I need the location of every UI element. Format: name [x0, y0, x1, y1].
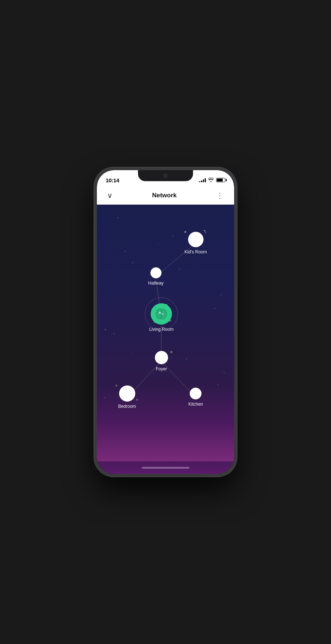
- page-title: Network: [152, 192, 177, 199]
- star: [104, 397, 105, 398]
- star: [221, 294, 221, 295]
- status-time: 10:14: [106, 177, 119, 183]
- node-label-bedroom: Bedroom: [118, 404, 136, 409]
- node-bedroom[interactable]: Bedroom: [118, 385, 136, 409]
- star: [218, 384, 218, 385]
- node-living-room[interactable]: Living Room: [149, 303, 174, 332]
- globe-icon: [155, 308, 168, 320]
- star: [108, 282, 108, 282]
- back-button[interactable]: ∨: [104, 188, 116, 203]
- star: [131, 354, 132, 354]
- star: [152, 372, 152, 372]
- node-circle-bedroom: [119, 385, 135, 402]
- node-label-kitchen: Kitchen: [188, 402, 203, 407]
- star: [124, 251, 126, 252]
- node-hallway[interactable]: Hallway: [148, 267, 164, 286]
- star: [179, 269, 180, 270]
- node-circle-hallway: [150, 267, 161, 278]
- status-icons: [199, 178, 225, 183]
- star: [113, 333, 114, 334]
- wifi-icon: [208, 178, 214, 183]
- node-circle-kids-room: [188, 232, 203, 247]
- node-circle-foyer: [155, 351, 168, 364]
- star-cross: ✦: [131, 261, 134, 264]
- signal-icon: [199, 178, 206, 182]
- star: [193, 320, 193, 321]
- nav-bar: ∨ Network ⋮: [97, 186, 234, 205]
- camera: [163, 173, 168, 178]
- star: [145, 225, 145, 226]
- star: [200, 212, 200, 213]
- node-label-hallway: Hallway: [148, 281, 164, 286]
- node-kids-room[interactable]: Kid's Room: [185, 232, 207, 255]
- notch: [138, 170, 193, 181]
- star: [172, 235, 173, 236]
- node-foyer[interactable]: Foyer: [155, 351, 168, 372]
- menu-button[interactable]: ⋮: [213, 188, 227, 203]
- battery-fill: [217, 179, 223, 182]
- battery-icon: [216, 178, 225, 182]
- star: [159, 243, 159, 244]
- node-label-kids-room: Kid's Room: [185, 249, 207, 255]
- phone-frame: 10:14: [94, 167, 237, 477]
- star-cross: ✦: [214, 307, 216, 310]
- network-lines-svg: [97, 205, 234, 461]
- network-map: ✦ ✦ ✦ ✦ ✦: [97, 205, 234, 461]
- screen: 10:14: [97, 170, 234, 474]
- node-circle-kitchen: [190, 388, 201, 399]
- home-indicator: [97, 461, 234, 474]
- star: [117, 217, 118, 218]
- node-label-foyer: Foyer: [156, 366, 167, 372]
- home-bar[interactable]: [142, 467, 189, 469]
- star-cross: ✦: [223, 372, 225, 374]
- star: [166, 410, 166, 410]
- node-circle-living-room: [151, 303, 172, 325]
- node-kitchen[interactable]: Kitchen: [188, 388, 203, 407]
- star-cross: ✦: [104, 328, 107, 332]
- star: [207, 346, 207, 346]
- star: [210, 256, 210, 256]
- star: [186, 359, 187, 359]
- star: [138, 307, 138, 308]
